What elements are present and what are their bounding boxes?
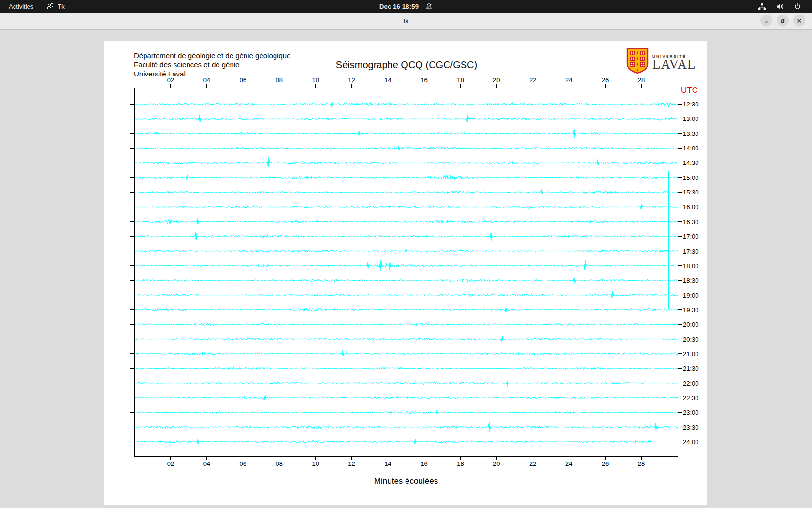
trace-row-15:00 — [135, 175, 678, 180]
x-tick-label-top: 18 — [457, 76, 464, 84]
utc-time-label: 23:30 — [683, 424, 699, 431]
x-tick-label-bottom: 06 — [240, 460, 246, 467]
x-tick-label-bottom: 02 — [167, 460, 174, 467]
utc-time-label: 17:30 — [683, 248, 699, 255]
power-icon — [794, 2, 801, 10]
trace-row-20:30 — [135, 336, 678, 342]
seismograph-canvas: Département de géologie et de génie géol… — [104, 41, 707, 505]
x-tick-label-bottom: 20 — [493, 460, 500, 467]
trace-row-19:00 — [135, 291, 678, 298]
trace-row-22:00 — [135, 380, 678, 386]
trace-row-16:30 — [135, 218, 678, 224]
trace-row-14:00 — [135, 146, 678, 150]
x-tick-label-bottom: 12 — [348, 460, 355, 467]
utc-time-label: 22:30 — [683, 394, 699, 402]
x-tick-label-bottom: 26 — [602, 460, 609, 467]
window-title-bar[interactable]: tk — [0, 13, 812, 30]
utc-time-label: 21:30 — [683, 365, 699, 372]
notifications-muted-icon — [425, 3, 433, 10]
x-axis-label: Minutes écoulées — [374, 477, 438, 486]
utc-time-label: 12:30 — [683, 101, 699, 108]
tk-window-body: Département de géologie et de génie géol… — [0, 30, 812, 508]
minimize-button[interactable] — [760, 15, 772, 27]
x-tick-label-bottom: 28 — [638, 460, 645, 467]
x-tick-label-bottom: 18 — [457, 460, 464, 467]
utc-time-label: 17:00 — [683, 233, 699, 240]
utc-time-label: 15:30 — [683, 189, 699, 196]
trace-row-15:30 — [135, 189, 678, 194]
utc-time-label: 18:30 — [683, 277, 699, 284]
trace-row-23:00 — [135, 410, 678, 414]
utc-time-label: 20:30 — [683, 336, 699, 343]
utc-time-label: 24:00 — [683, 438, 699, 446]
clock-label: Dec 16 18:59 — [379, 3, 419, 10]
app-indicator[interactable]: Tk — [46, 2, 64, 10]
trace-row-17:00 — [135, 232, 678, 241]
utc-time-label: 20:00 — [683, 321, 699, 328]
seismogram-plot: 0202040406060808101012121414161618182020… — [104, 41, 707, 505]
x-tick-label-top: 02 — [167, 76, 174, 84]
window-title: tk — [0, 13, 812, 29]
x-tick-label-bottom: 10 — [312, 460, 319, 467]
x-tick-label-bottom: 08 — [276, 460, 282, 467]
x-tick-label-top: 06 — [240, 76, 246, 84]
trace-row-19:30 — [135, 308, 678, 312]
x-tick-label-top: 22 — [529, 76, 536, 84]
activities-button[interactable]: Activities — [9, 3, 33, 10]
x-tick-label-top: 04 — [203, 76, 210, 84]
x-tick-label-top: 26 — [602, 76, 609, 84]
network-icon — [758, 2, 766, 11]
clock-menu[interactable]: Dec 16 18:59 — [379, 3, 433, 10]
plot-frame — [134, 88, 678, 456]
x-tick-label-top: 28 — [638, 76, 645, 84]
trace-row-12:30 — [135, 102, 678, 107]
utc-time-label: 13:30 — [683, 130, 699, 137]
x-tick-label-top: 14 — [384, 76, 391, 84]
x-tick-label-bottom: 04 — [203, 460, 210, 467]
utc-time-label: 13:00 — [683, 115, 699, 122]
x-tick-label-top: 20 — [493, 76, 500, 84]
x-tick-label-bottom: 16 — [420, 460, 427, 467]
trace-row-16:00 — [135, 204, 678, 209]
trace-row-21:00 — [135, 350, 678, 356]
trace-row-23:30 — [135, 422, 678, 432]
close-button[interactable] — [793, 15, 805, 27]
utc-header-label: UTC — [681, 86, 698, 95]
trace-row-18:00 — [135, 260, 678, 271]
maximize-button[interactable] — [777, 15, 789, 27]
utc-time-label: 18:00 — [683, 262, 699, 269]
trace-row-21:30 — [135, 367, 678, 370]
trace-row-13:00 — [135, 115, 678, 123]
utc-time-label: 19:00 — [683, 292, 699, 299]
top-bar: Activities Tk Dec 16 18:59 — [0, 0, 812, 13]
utc-time-label: 23:00 — [683, 409, 699, 416]
trace-row-14:30 — [135, 157, 678, 167]
x-tick-label-bottom: 22 — [529, 460, 536, 467]
trace-row-22:30 — [135, 396, 678, 400]
x-tick-label-bottom: 14 — [384, 460, 391, 467]
app-indicator-label: Tk — [58, 3, 64, 10]
x-tick-label-top: 10 — [312, 76, 319, 84]
utc-time-label: 21:00 — [683, 350, 699, 358]
x-tick-label-bottom: 24 — [566, 460, 572, 467]
utc-time-label: 19:30 — [683, 306, 699, 314]
trace-row-18:30 — [135, 278, 678, 283]
trace-row-24:00 — [135, 439, 652, 444]
x-tick-label-top: 08 — [276, 76, 282, 84]
utc-time-label: 16:30 — [683, 218, 699, 225]
utc-time-label: 22:00 — [683, 380, 699, 387]
utc-time-label: 14:00 — [683, 145, 699, 152]
x-tick-label-top: 12 — [348, 76, 355, 84]
utc-time-label: 16:00 — [683, 203, 699, 210]
utc-time-label: 15:00 — [683, 174, 699, 181]
trace-row-17:30 — [135, 249, 678, 253]
volume-icon — [776, 2, 784, 11]
x-tick-label-top: 24 — [566, 76, 572, 84]
x-tick-label-top: 16 — [420, 76, 427, 84]
utc-time-label: 14:30 — [683, 159, 699, 166]
trace-row-20:00 — [135, 323, 678, 326]
trace-row-13:30 — [135, 129, 678, 138]
tk-icon — [46, 2, 54, 10]
system-status-area[interactable] — [758, 2, 801, 11]
